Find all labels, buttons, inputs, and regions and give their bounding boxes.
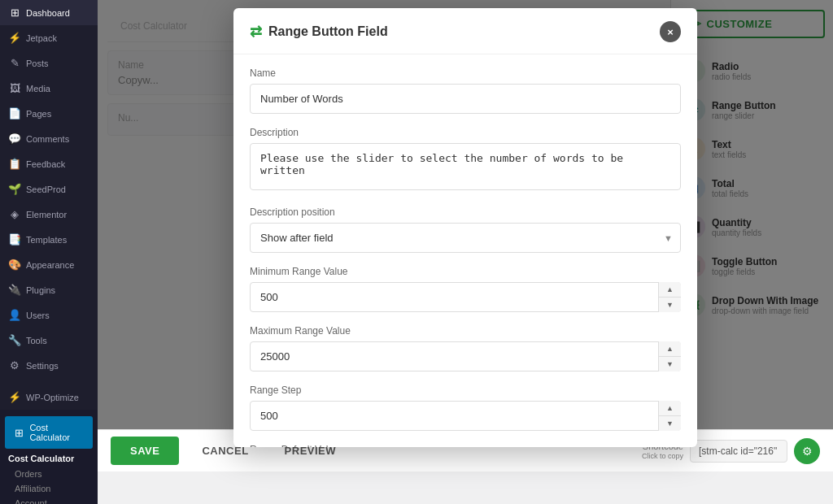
min-range-input-wrapper: ▲ ▼ (250, 282, 681, 312)
sidebar-item-wp-optimize[interactable]: ⚡ WP-Optimize (0, 385, 98, 410)
range-step-up[interactable]: ▲ (659, 401, 681, 416)
sidebar-item-label: Jetpack (26, 33, 57, 43)
sidebar-item-jetpack[interactable]: ⚡ Jetpack (0, 25, 98, 50)
modal-close-button[interactable]: × (660, 21, 681, 42)
seedprod-icon: 🌱 (8, 183, 21, 195)
feedback-icon: 📋 (8, 158, 21, 170)
dashboard-icon: ⊞ (8, 7, 21, 19)
max-range-down[interactable]: ▼ (659, 357, 681, 371)
name-field-group: Name (250, 67, 681, 114)
sidebar-item-users[interactable]: 👤 Users (0, 302, 98, 328)
description-position-label: Description position (250, 206, 681, 218)
name-input[interactable] (250, 84, 681, 114)
sidebar-item-elementor[interactable]: ◈ Elementor (0, 202, 98, 227)
shortcode-input[interactable] (690, 440, 787, 463)
range-step-down[interactable]: ▼ (659, 416, 681, 431)
max-range-up[interactable]: ▲ (659, 341, 681, 357)
max-range-spinners: ▲ ▼ (658, 341, 681, 371)
cost-calculator-label: Cost Calculator (29, 423, 85, 442)
posts-icon: ✎ (8, 57, 21, 69)
appearance-icon: 🎨 (8, 259, 21, 271)
wp-optimize-icon: ⚡ (8, 391, 21, 403)
jetpack-icon: ⚡ (8, 32, 21, 44)
templates-icon: 📑 (8, 233, 21, 245)
sidebar-sub-orders[interactable]: Orders (0, 467, 98, 481)
range-step-input-wrapper: ▲ ▼ (250, 401, 681, 431)
wp-optimize-label: WP-Optimize (26, 393, 79, 402)
settings-icon: ⚙ (8, 359, 21, 371)
modal-body: Name Description Please use the slider t… (233, 54, 697, 447)
sidebar-item-seedprod[interactable]: 🌱 SeedProd (0, 176, 98, 202)
sidebar-item-label: Settings (26, 361, 59, 371)
comments-icon: 💬 (8, 133, 21, 145)
range-button-modal: ⇄ Range Button Field × Name Description (233, 8, 697, 447)
cost-calc-title: Cost Calculator (0, 450, 98, 467)
range-step-group: Range Step ▲ ▼ (250, 385, 681, 431)
description-position-group: Description position Show after field Sh… (250, 206, 681, 253)
range-step-input[interactable] (250, 401, 681, 431)
description-field-group: Description Please use the slider to sel… (250, 127, 681, 193)
modal-title-text: Range Button Field (268, 24, 388, 39)
sidebar-item-comments[interactable]: 💬 Comments (0, 126, 98, 151)
min-range-group: Minimum Range Value ▲ ▼ (250, 266, 681, 312)
sidebar-item-feedback[interactable]: 📋 Feedback (0, 151, 98, 176)
min-range-label: Minimum Range Value (250, 266, 681, 277)
min-range-up[interactable]: ▲ (659, 282, 681, 298)
sidebar-item-label: Plugins (26, 285, 55, 295)
cost-calculator-section: ⊞ Cost Calculator Cost Calculator Orders… (0, 410, 98, 504)
sidebar-item-pages[interactable]: 📄 Pages (0, 101, 98, 126)
save-button[interactable]: SAVE (111, 437, 179, 465)
users-icon: 👤 (8, 309, 21, 321)
description-textarea[interactable]: Please use the slider to select the numb… (250, 143, 681, 190)
elementor-icon: ◈ (8, 208, 21, 220)
sidebar-item-label: Media (26, 84, 50, 93)
sidebar-item-label: SeedProd (26, 185, 66, 194)
tools-icon: 🔧 (8, 334, 21, 346)
min-range-input[interactable] (250, 282, 681, 312)
sidebar-item-label: Elementor (26, 210, 67, 219)
media-icon: 🖼 (8, 82, 21, 94)
description-position-select-wrapper: Show after field Show before field Hide … (250, 223, 681, 253)
shortcode-copy-icon[interactable]: ⚙ (794, 438, 820, 464)
range-step-label: Range Step (250, 385, 681, 396)
min-range-spinners: ▲ ▼ (658, 282, 681, 312)
sidebar-item-label: Tools (26, 336, 47, 345)
sidebar-item-dashboard[interactable]: ⊞ Dashboard (0, 0, 98, 25)
main-content: Cost Calculator Name Copyw... Nu... ✏ CU… (98, 0, 833, 504)
name-label: Name (250, 67, 681, 79)
modal-overlay: ⇄ Range Button Field × Name Description (98, 0, 833, 429)
sidebar-item-label: Dashboard (26, 8, 70, 18)
min-range-down[interactable]: ▼ (659, 298, 681, 312)
sidebar-item-appearance[interactable]: 🎨 Appearance (0, 252, 98, 277)
description-position-select[interactable]: Show after field Show before field Hide (250, 223, 681, 253)
sidebar-item-tools[interactable]: 🔧 Tools (0, 328, 98, 353)
plugins-icon: 🔌 (8, 284, 21, 296)
content-area: Cost Calculator Name Copyw... Nu... ✏ CU… (98, 0, 833, 471)
range-default-group: Range Default Value ▲ ▼ (250, 444, 681, 447)
sidebar-item-label: Templates (26, 235, 67, 245)
modal-title: ⇄ Range Button Field (250, 23, 388, 41)
sidebar-item-posts[interactable]: ✎ Posts (0, 50, 98, 76)
sidebar-item-settings[interactable]: ⚙ Settings (0, 353, 98, 378)
sidebar-item-label: Users (26, 311, 50, 320)
calc-icon: ⊞ (13, 427, 24, 439)
sidebar-item-cost-calculator[interactable]: ⊞ Cost Calculator (5, 416, 93, 449)
sidebar-item-plugins[interactable]: 🔌 Plugins (0, 277, 98, 302)
sidebar: ⊞ Dashboard ⚡ Jetpack ✎ Posts 🖼 Media 📄 … (0, 0, 98, 504)
sidebar-item-media[interactable]: 🖼 Media (0, 76, 98, 101)
range-default-label: Range Default Value (250, 444, 681, 447)
description-label: Description (250, 127, 681, 138)
sidebar-item-label: Posts (26, 59, 49, 68)
sidebar-item-templates[interactable]: 📑 Templates (0, 227, 98, 252)
sidebar-item-label: Feedback (26, 159, 65, 169)
modal-title-icon: ⇄ (250, 23, 262, 41)
range-step-spinners: ▲ ▼ (658, 401, 681, 431)
pages-icon: 📄 (8, 107, 21, 119)
modal-header: ⇄ Range Button Field × (233, 8, 697, 54)
max-range-input[interactable] (250, 341, 681, 371)
sidebar-item-label: Pages (26, 109, 51, 119)
sidebar-sub-affiliation[interactable]: Affiliation (0, 481, 98, 496)
max-range-group: Maximum Range Value ▲ ▼ (250, 325, 681, 371)
sidebar-item-label: Comments (26, 134, 69, 144)
sidebar-sub-account[interactable]: Account (0, 496, 98, 504)
